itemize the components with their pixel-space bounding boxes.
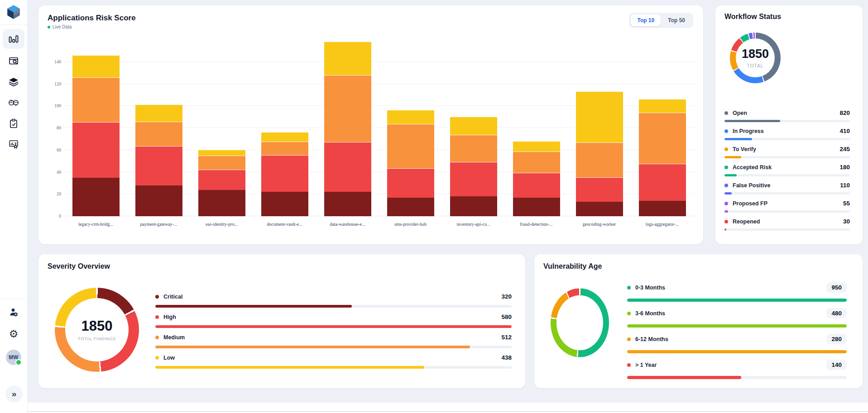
legend-item-proposed-fp[interactable]: Proposed FP55 (724, 200, 850, 213)
sidebar-item-devops[interactable]: DEV OPS (3, 93, 24, 113)
toggle-top-50[interactable]: Top 50 (662, 14, 691, 26)
bar-data-warehouse-e[interactable] (324, 42, 371, 216)
legend-dot (627, 337, 631, 341)
sidebar-item-invite-user[interactable] (3, 302, 24, 322)
bar-segment-high[interactable] (72, 122, 120, 178)
toggle-top-10[interactable]: Top 10 (631, 14, 661, 26)
sidebar-item-dashboard[interactable] (3, 29, 24, 49)
bar-segment-medium[interactable] (135, 122, 182, 147)
severity-donut[interactable]: 1850 TOTAL FINDINGS (55, 288, 139, 372)
bar-segment-high[interactable] (387, 168, 434, 197)
bar-segment-high[interactable] (450, 162, 497, 197)
bar-segment-high[interactable] (261, 155, 308, 192)
sidebar-item-tasks[interactable] (3, 114, 24, 133)
bar-segment-low[interactable] (135, 104, 182, 122)
bar-segment-medium[interactable] (450, 135, 497, 162)
bar-segment-low[interactable] (198, 150, 245, 156)
bar-segment-medium[interactable] (576, 142, 623, 177)
workflow-status-donut[interactable]: 1850 TOTAL (730, 33, 781, 83)
legend-label: Low (163, 355, 175, 361)
bar-payment-gateway-[interactable] (135, 104, 182, 216)
bar-segment-critical[interactable] (135, 185, 182, 216)
x-axis-label: logs-aggregator-... (631, 222, 694, 227)
bar-segment-high[interactable] (324, 142, 371, 192)
legend-item-low[interactable]: Low438 (155, 354, 512, 369)
bar-segment-low[interactable] (450, 117, 497, 135)
legend-progress-fill (155, 325, 512, 328)
sidebar-item-layers[interactable] (3, 72, 24, 92)
legend-item-6-12-months[interactable]: 6-12 Months280 (627, 334, 847, 353)
bar-segment-critical[interactable] (639, 201, 686, 216)
legend-item-in-progress[interactable]: In Progress410 (724, 128, 850, 140)
bar-segment-high[interactable] (135, 146, 182, 185)
legend-item-high[interactable]: High580 (155, 313, 512, 328)
x-axis-label: document-vault-e... (253, 222, 316, 227)
bar-segment-critical[interactable] (324, 192, 371, 216)
legend-progress-fill (724, 174, 737, 176)
bar-segment-low[interactable] (639, 99, 686, 113)
legend-value: 140 (826, 360, 847, 370)
risk-bar-chart-x-labels: legacy-crm-bridg...payment-gateway-...ss… (64, 222, 694, 227)
bar-segment-medium[interactable] (261, 142, 308, 155)
bar-segment-critical[interactable] (576, 202, 623, 216)
bar-segment-medium[interactable] (72, 77, 120, 122)
legend-dot (627, 363, 631, 367)
bar-legacy-crm-bridg[interactable] (72, 55, 120, 216)
legend-item-to-verify[interactable]: To Verify245 (724, 146, 850, 158)
bar-segment-critical[interactable] (72, 178, 120, 216)
legend-progress-track (155, 305, 512, 308)
legend-value: 512 (501, 334, 512, 341)
workflow-total-label: TOTAL (747, 63, 763, 68)
legend-dot (724, 202, 728, 205)
bar-logs-aggregator-[interactable] (639, 99, 686, 216)
bar-document-vault-e[interactable] (261, 132, 308, 216)
vulnerability-age-donut[interactable] (551, 288, 609, 357)
x-axis-label: payment-gateway-... (127, 222, 190, 227)
legend-item-open[interactable]: Open820 (724, 109, 850, 122)
expand-sidebar-button[interactable]: » (5, 385, 23, 403)
bar-fraud-detection-[interactable] (513, 141, 560, 216)
sidebar-item-reports[interactable] (3, 134, 24, 154)
bar-segment-medium[interactable] (198, 156, 245, 169)
legend-label: Open (733, 110, 747, 116)
legend-item-reopened[interactable]: Reopened30 (724, 218, 850, 231)
bar-inventory-api-co[interactable] (450, 117, 497, 216)
bar-segment-high[interactable] (576, 177, 623, 202)
cube-logo[interactable] (6, 3, 21, 20)
bar-segment-low[interactable] (72, 55, 120, 78)
bar-segment-critical[interactable] (261, 192, 308, 216)
avatar[interactable]: MW (6, 350, 21, 365)
bar-sso-identity-pro[interactable] (198, 150, 245, 216)
sidebar-item-applications[interactable] (3, 51, 24, 71)
legend-item--1-year[interactable]: > 1 Year140 (627, 360, 847, 379)
bar-segment-low[interactable] (513, 141, 560, 152)
bar-segment-low[interactable] (387, 110, 434, 123)
legend-item-medium[interactable]: Medium512 (155, 334, 512, 348)
bar-segment-low[interactable] (576, 91, 623, 142)
legend-label: > 1 Year (635, 362, 657, 368)
bar-segment-high[interactable] (513, 173, 560, 198)
bar-geocoding-worker[interactable] (576, 91, 623, 216)
bar-segment-high[interactable] (198, 170, 245, 190)
legend-item-3-6-months[interactable]: 3-6 Months480 (627, 308, 847, 328)
bar-segment-low[interactable] (324, 42, 371, 75)
bar-segment-high[interactable] (639, 164, 686, 200)
bar-segment-critical[interactable] (450, 196, 497, 216)
bar-segment-medium[interactable] (324, 75, 371, 142)
live-data-dot (48, 26, 50, 28)
bar-segment-critical[interactable] (387, 198, 434, 216)
legend-item-critical[interactable]: Critical320 (155, 293, 512, 308)
sidebar-item-settings[interactable]: ⚙ (3, 324, 24, 344)
legend-item-false-positive[interactable]: False Positive110 (724, 182, 850, 195)
bar-segment-critical[interactable] (513, 198, 560, 216)
bar-segment-low[interactable] (261, 132, 308, 142)
bar-sms-provider-hub[interactable] (387, 110, 434, 216)
bar-segment-medium[interactable] (639, 113, 686, 164)
bar-segment-medium[interactable] (513, 152, 560, 173)
bar-segment-medium[interactable] (387, 124, 434, 169)
legend-item-accepted-risk[interactable]: Accepted Risk180 (724, 164, 850, 176)
legend-value: 438 (501, 354, 512, 361)
legend-item-0-3-months[interactable]: 0-3 Months950 (627, 282, 847, 302)
legend-progress-fill (724, 228, 726, 231)
bar-segment-critical[interactable] (198, 190, 245, 217)
